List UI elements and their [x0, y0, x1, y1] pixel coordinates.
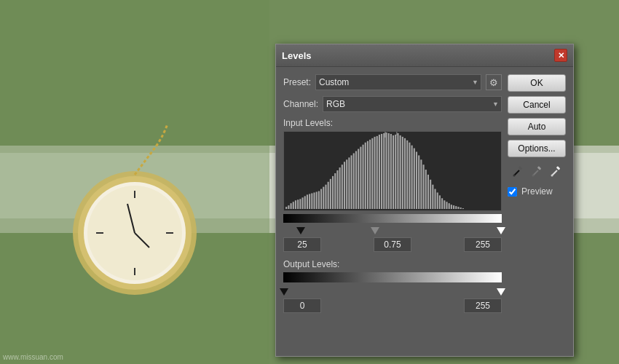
- svg-rect-57: [381, 134, 382, 209]
- close-button[interactable]: ✕: [554, 49, 567, 62]
- svg-rect-28: [313, 192, 315, 209]
- svg-rect-85: [446, 202, 447, 209]
- svg-rect-21: [297, 199, 299, 209]
- svg-rect-50: [365, 143, 366, 209]
- output-black-value[interactable]: [283, 298, 321, 313]
- svg-rect-36: [332, 176, 334, 209]
- svg-rect-78: [430, 180, 431, 209]
- svg-rect-60: [388, 133, 390, 209]
- svg-rect-46: [355, 151, 357, 210]
- svg-rect-39: [339, 167, 341, 209]
- svg-rect-31: [320, 189, 322, 209]
- histogram-container: [283, 131, 502, 211]
- preview-checkbox[interactable]: [508, 187, 517, 197]
- black-eyedropper[interactable]: [510, 165, 525, 179]
- gear-button[interactable]: ⚙: [486, 74, 502, 90]
- svg-rect-47: [358, 149, 359, 209]
- svg-rect-83: [441, 198, 443, 209]
- svg-rect-91: [460, 207, 462, 209]
- svg-rect-51: [367, 141, 368, 209]
- white-slider[interactable]: [497, 227, 505, 234]
- output-values-row: [283, 298, 502, 313]
- svg-rect-38: [336, 170, 338, 209]
- svg-rect-48: [360, 147, 361, 209]
- svg-rect-70: [411, 146, 413, 209]
- svg-rect-43: [348, 157, 350, 209]
- svg-rect-59: [385, 132, 387, 209]
- ok-button[interactable]: OK: [508, 74, 566, 92]
- svg-rect-75: [423, 165, 425, 209]
- svg-rect-86: [449, 203, 450, 209]
- svg-rect-52: [369, 140, 371, 209]
- input-gradient-track: [283, 214, 502, 223]
- svg-rect-68: [406, 141, 408, 209]
- svg-rect-62: [393, 135, 394, 209]
- preview-row: Preview: [508, 186, 566, 197]
- preset-select[interactable]: Custom: [315, 74, 481, 90]
- preset-select-wrapper[interactable]: Custom: [315, 74, 481, 90]
- dialog-body: Preset: Custom ⚙ Channel: RGB Red Green …: [276, 67, 573, 328]
- input-white-value[interactable]: [464, 237, 502, 252]
- output-slider-row[interactable]: [283, 284, 502, 296]
- svg-rect-42: [346, 159, 347, 209]
- svg-rect-41: [344, 162, 345, 209]
- svg-rect-37: [334, 173, 336, 209]
- svg-rect-67: [404, 138, 406, 209]
- svg-rect-87: [451, 205, 452, 209]
- preset-label: Preset:: [283, 77, 311, 87]
- svg-point-100: [532, 175, 535, 177]
- svg-rect-20: [295, 200, 296, 209]
- svg-rect-45: [353, 153, 355, 209]
- input-mid-value[interactable]: [374, 237, 411, 252]
- svg-rect-63: [395, 135, 396, 209]
- input-levels-label: Input Levels:: [283, 118, 502, 128]
- channel-select[interactable]: RGB Red Green Blue: [323, 96, 502, 112]
- svg-rect-61: [390, 134, 392, 209]
- cancel-button[interactable]: Cancel: [508, 96, 566, 114]
- histogram-svg: [284, 132, 501, 210]
- svg-rect-76: [425, 170, 427, 209]
- svg-rect-53: [371, 138, 373, 209]
- svg-rect-32: [323, 187, 324, 209]
- svg-point-97: [513, 175, 516, 177]
- preview-label: Preview: [521, 186, 553, 197]
- svg-rect-40: [342, 165, 343, 209]
- channel-select-wrapper[interactable]: RGB Red Green Blue: [323, 96, 502, 112]
- svg-rect-82: [439, 195, 441, 209]
- svg-rect-58: [383, 133, 385, 209]
- svg-rect-26: [309, 194, 310, 209]
- svg-rect-24: [304, 196, 306, 209]
- input-slider-row[interactable]: [283, 223, 502, 234]
- svg-rect-22: [299, 199, 301, 209]
- svg-rect-92: [462, 208, 464, 209]
- svg-rect-71: [414, 149, 415, 209]
- svg-rect-89: [455, 206, 457, 209]
- auto-button[interactable]: Auto: [508, 118, 566, 135]
- output-white-value[interactable]: [464, 298, 502, 313]
- svg-rect-16: [285, 207, 287, 209]
- svg-rect-65: [400, 135, 401, 209]
- midtone-slider[interactable]: [371, 227, 379, 234]
- output-black-slider[interactable]: [280, 288, 288, 296]
- gray-eyedropper[interactable]: [529, 165, 544, 179]
- eyedropper-row: [508, 165, 566, 179]
- svg-rect-102: [556, 166, 561, 170]
- dialog-main-panel: Preset: Custom ⚙ Channel: RGB Red Green …: [283, 74, 502, 320]
- input-black-value[interactable]: [283, 237, 321, 252]
- svg-rect-96: [519, 166, 523, 170]
- black-slider[interactable]: [296, 227, 305, 234]
- dialog-titlebar: Levels ✕: [276, 44, 573, 67]
- svg-rect-94: [396, 132, 397, 135]
- svg-rect-74: [420, 159, 422, 209]
- svg-rect-79: [432, 185, 433, 209]
- output-levels-label: Output Levels:: [283, 259, 502, 269]
- svg-rect-99: [537, 166, 542, 170]
- options-button[interactable]: Options...: [508, 140, 566, 157]
- white-eyedropper[interactable]: [548, 165, 563, 179]
- svg-rect-90: [457, 207, 459, 209]
- svg-rect-66: [402, 137, 403, 209]
- svg-rect-35: [330, 179, 331, 209]
- svg-rect-81: [437, 192, 438, 209]
- output-white-slider[interactable]: [497, 288, 505, 296]
- svg-rect-93: [385, 132, 385, 138]
